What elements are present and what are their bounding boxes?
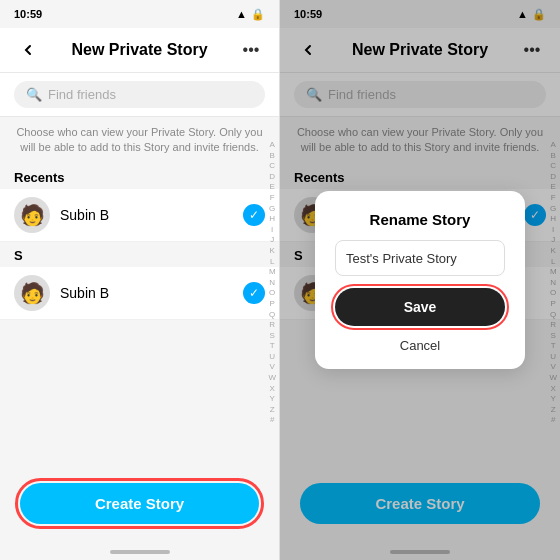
- left-home-indicator: [0, 544, 279, 560]
- alpha-x[interactable]: X: [270, 384, 275, 394]
- left-header: New Private Story •••: [0, 28, 279, 73]
- modal-input-wrapper: [335, 240, 505, 276]
- save-story-button[interactable]: Save: [335, 288, 505, 326]
- alpha-u[interactable]: U: [269, 352, 275, 362]
- left-search-wrapper[interactable]: 🔍 Find friends: [14, 81, 265, 108]
- alpha-d[interactable]: D: [269, 172, 275, 182]
- left-more-button[interactable]: •••: [237, 36, 265, 64]
- left-avatar-s-0: 🧑: [14, 275, 50, 311]
- left-check-s-0[interactable]: ✓: [243, 282, 265, 304]
- left-search-placeholder: Find friends: [48, 87, 116, 102]
- alpha-t[interactable]: T: [270, 341, 275, 351]
- left-bottom-area: [0, 320, 279, 469]
- alpha-a[interactable]: A: [270, 140, 275, 150]
- left-avatar-0: 🧑: [14, 197, 50, 233]
- alpha-e[interactable]: E: [270, 182, 275, 192]
- right-phone-panel: 10:59 ▲ 🔒 New Private Story ••• 🔍 Find f…: [280, 0, 560, 560]
- left-section-recents: Recents: [0, 164, 279, 189]
- rename-story-input[interactable]: [346, 251, 494, 266]
- left-alphabet-sidebar: A B C D E F G H I J K L M N O P Q R S T …: [268, 140, 276, 425]
- alpha-j[interactable]: J: [270, 235, 274, 245]
- rename-modal-overlay[interactable]: Rename Story Save Cancel: [280, 0, 560, 560]
- alpha-r[interactable]: R: [269, 320, 275, 330]
- alpha-y[interactable]: Y: [270, 394, 275, 404]
- alpha-n[interactable]: N: [269, 278, 275, 288]
- left-search-bar: 🔍 Find friends: [0, 73, 279, 117]
- left-back-button[interactable]: [14, 36, 42, 64]
- alpha-v[interactable]: V: [270, 362, 275, 372]
- left-home-bar: [110, 550, 170, 554]
- left-contact-row-s-0: 🧑 Subin B ✓: [0, 267, 279, 320]
- alpha-p[interactable]: P: [270, 299, 275, 309]
- left-description: Choose who can view your Private Story. …: [0, 117, 279, 164]
- left-lock-icon: 🔒: [251, 8, 265, 21]
- alpha-f[interactable]: F: [270, 193, 275, 203]
- alpha-z[interactable]: Z: [270, 405, 275, 415]
- alpha-hash[interactable]: #: [270, 415, 274, 425]
- left-phone-panel: 10:59 ▲ 🔒 New Private Story ••• 🔍 Find f…: [0, 0, 280, 560]
- alpha-c[interactable]: C: [269, 161, 275, 171]
- left-create-btn-wrapper: Create Story: [0, 469, 279, 544]
- alpha-w[interactable]: W: [268, 373, 276, 383]
- left-create-story-button[interactable]: Create Story: [20, 483, 259, 524]
- left-contact-row-recents-0: 🧑 Subin B ✓: [0, 189, 279, 242]
- left-more-icon: •••: [243, 41, 260, 59]
- left-wifi-icon: ▲: [236, 8, 247, 20]
- alpha-o[interactable]: O: [269, 288, 275, 298]
- left-time: 10:59: [14, 8, 42, 20]
- alpha-m[interactable]: M: [269, 267, 276, 277]
- alpha-i[interactable]: I: [271, 225, 273, 235]
- left-status-icons: ▲ 🔒: [236, 8, 265, 21]
- alpha-l[interactable]: L: [270, 257, 274, 267]
- alpha-k[interactable]: K: [270, 246, 275, 256]
- left-status-bar: 10:59 ▲ 🔒: [0, 0, 279, 28]
- alpha-q[interactable]: Q: [269, 310, 275, 320]
- left-section-s: S: [0, 242, 279, 267]
- left-header-title: New Private Story: [42, 41, 237, 59]
- rename-modal: Rename Story Save Cancel: [315, 191, 525, 369]
- alpha-s[interactable]: S: [270, 331, 275, 341]
- left-check-0[interactable]: ✓: [243, 204, 265, 226]
- modal-title: Rename Story: [370, 211, 471, 228]
- left-search-icon: 🔍: [26, 87, 42, 102]
- alpha-h[interactable]: H: [269, 214, 275, 224]
- alpha-b[interactable]: B: [270, 151, 275, 161]
- left-contact-name-s-0: Subin B: [60, 285, 233, 301]
- left-contact-name-0: Subin B: [60, 207, 233, 223]
- cancel-rename-button[interactable]: Cancel: [400, 338, 440, 353]
- alpha-g[interactable]: G: [269, 204, 275, 214]
